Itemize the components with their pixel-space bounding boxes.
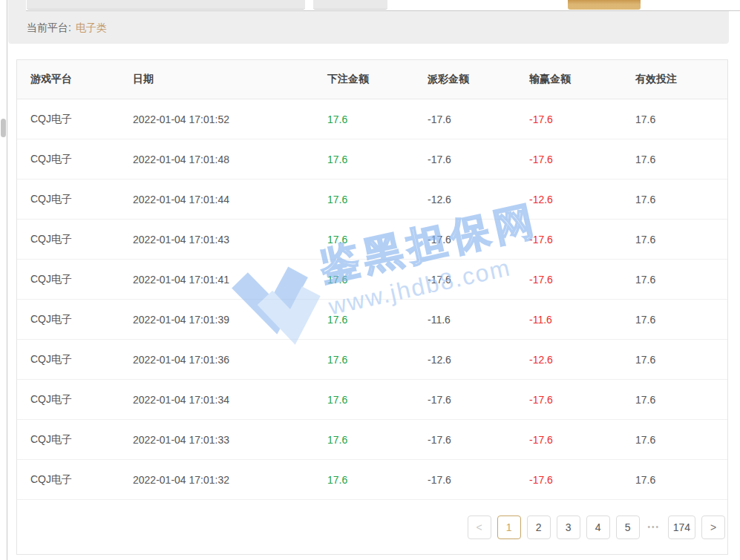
col-header-date: 日期 [133,73,327,86]
cell-winloss: -17.6 [529,474,635,486]
cell-payout: -11.6 [428,314,529,326]
cell-payout: -17.6 [428,394,529,406]
table-row: CQJ电子2022-01-04 17:01:4117.6-17.6-17.617… [17,260,727,300]
col-header-winloss: 输赢金额 [529,73,635,86]
cell-valid: 17.6 [635,274,717,286]
cell-payout: -12.6 [428,194,529,205]
cell-valid: 17.6 [635,113,717,125]
records-table-card: 游戏平台 日期 下注金额 派彩金额 输赢金额 有效投注 CQJ电子2022-01… [16,59,728,555]
cell-winloss: -17.6 [529,113,635,125]
cell-date: 2022-01-04 17:01:52 [133,113,327,125]
cell-platform: CQJ电子 [30,153,133,166]
table-row: CQJ电子2022-01-04 17:01:3217.6-17.6-17.617… [17,460,727,500]
pagination-next-button[interactable]: > [701,515,725,539]
cell-payout: -17.6 [428,113,529,125]
pagination-ellipsis[interactable]: ••• [646,523,662,531]
cell-date: 2022-01-04 17:01:44 [133,194,327,205]
pagination-page-174[interactable]: 174 [668,515,695,539]
table-row: CQJ电子2022-01-04 17:01:4417.6-12.6-12.617… [17,179,727,220]
table-row: CQJ电子2022-01-04 17:01:4317.6-17.6-17.617… [17,220,727,260]
cell-winloss: -12.6 [529,194,635,205]
cell-date: 2022-01-04 17:01:33 [133,434,327,446]
cell-winloss: -17.6 [529,394,635,406]
cell-valid: 17.6 [635,394,717,406]
cell-platform: CQJ电子 [30,353,133,366]
cell-valid: 17.6 [635,354,717,366]
cell-winloss: -17.6 [529,434,635,446]
cell-valid: 17.6 [635,234,717,246]
cell-platform: CQJ电子 [30,193,133,206]
cell-date: 2022-01-04 17:01:41 [133,274,327,286]
table-row: CQJ电子2022-01-04 17:01:3417.6-17.6-17.617… [17,380,727,420]
pagination-page-5[interactable]: 5 [616,515,640,539]
cell-winloss: -17.6 [529,274,635,286]
cell-bet: 17.6 [327,274,428,286]
col-header-platform: 游戏平台 [30,73,133,86]
current-platform-value[interactable]: 电子类 [76,22,107,33]
cell-payout: -17.6 [428,234,529,246]
col-header-bet: 下注金额 [327,73,428,86]
cell-bet: 17.6 [327,354,428,366]
current-platform-row: 当前平台:电子类 [27,22,107,35]
cell-valid: 17.6 [635,194,717,205]
filter-input-date[interactable] [313,0,387,10]
cell-valid: 17.6 [635,154,717,165]
cell-date: 2022-01-04 17:01:48 [133,154,327,165]
cell-bet: 17.6 [327,394,428,406]
cell-date: 2022-01-04 17:01:43 [133,234,327,246]
cell-winloss: -12.6 [529,354,635,366]
table-body: CQJ电子2022-01-04 17:01:5217.6-17.6-17.617… [17,99,727,500]
cell-platform: CQJ电子 [30,313,133,326]
cell-winloss: -17.6 [529,154,635,165]
cell-payout: -17.6 [428,154,529,165]
search-button[interactable] [568,0,641,10]
table-header-row: 游戏平台 日期 下注金额 派彩金额 输赢金额 有效投注 [17,60,727,99]
cell-payout: -17.6 [428,274,529,286]
cell-date: 2022-01-04 17:01:32 [133,474,327,486]
pagination-page-2[interactable]: 2 [527,515,551,539]
table-row: CQJ电子2022-01-04 17:01:3317.6-17.6-17.617… [17,420,727,460]
pagination: <12345•••174> [17,500,727,554]
cell-valid: 17.6 [635,434,717,446]
filter-bar [26,0,740,11]
cell-platform: CQJ电子 [30,473,133,487]
cell-valid: 17.6 [635,474,717,486]
filter-input-platform[interactable] [27,0,305,10]
col-header-valid: 有效投注 [635,73,717,86]
cell-platform: CQJ电子 [30,433,133,447]
cell-bet: 17.6 [327,154,428,165]
cell-payout: -17.6 [428,434,529,446]
col-header-payout: 派彩金额 [428,73,529,86]
cell-date: 2022-01-04 17:01:36 [133,354,327,366]
cell-date: 2022-01-04 17:01:34 [133,394,327,406]
table-row: CQJ电子2022-01-04 17:01:4817.6-17.6-17.617… [17,139,727,179]
table-row: CQJ电子2022-01-04 17:01:3617.6-12.6-12.617… [17,340,727,380]
table-row: CQJ电子2022-01-04 17:01:3917.6-11.6-11.617… [17,300,727,340]
cell-winloss: -17.6 [529,234,635,246]
cell-date: 2022-01-04 17:01:39 [133,314,327,326]
sidebar-scrollbar [0,0,7,560]
cell-platform: CQJ电子 [30,393,133,406]
pagination-prev-button[interactable]: < [468,515,491,539]
scrollbar-thumb[interactable] [1,119,6,137]
cell-bet: 17.6 [327,113,428,125]
pagination-page-1[interactable]: 1 [497,515,521,539]
cell-valid: 17.6 [635,314,717,326]
cell-platform: CQJ电子 [30,233,133,246]
cell-bet: 17.6 [327,314,428,326]
table-row: CQJ电子2022-01-04 17:01:5217.6-17.6-17.617… [17,99,727,139]
pagination-page-3[interactable]: 3 [557,515,580,539]
cell-bet: 17.6 [327,434,428,446]
current-platform-label: 当前平台: [27,22,71,33]
cell-payout: -12.6 [428,354,529,366]
cell-bet: 17.6 [327,474,428,486]
cell-winloss: -11.6 [529,314,635,326]
cell-payout: -17.6 [428,474,529,486]
cell-bet: 17.6 [327,194,428,205]
cell-platform: CQJ电子 [30,273,133,286]
cell-platform: CQJ电子 [30,113,133,126]
cell-bet: 17.6 [327,234,428,246]
pagination-page-4[interactable]: 4 [586,515,610,539]
